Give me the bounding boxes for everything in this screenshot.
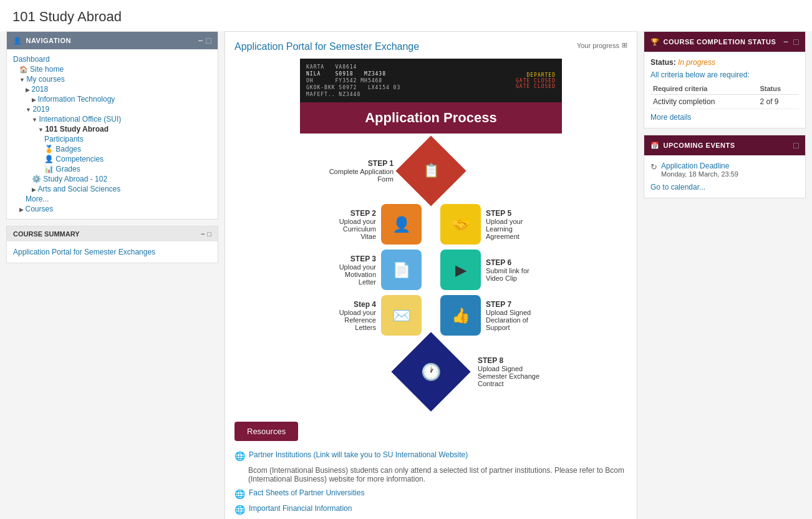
- criteria-cell-0: Activity completion: [650, 95, 758, 109]
- nav-study-abroad-102[interactable]: ⚙️ Study Abroad - 102: [13, 174, 211, 184]
- step-36-row: STEP 3 Upload your Motivation Letter 📄 ▶…: [326, 250, 536, 290]
- step2-icon[interactable]: 👤: [381, 204, 422, 245]
- nav-arts-social[interactable]: Arts and Social Sciences: [13, 184, 211, 194]
- step-1-row: STEP 1 Complete Application Form 📋: [312, 146, 549, 196]
- completion-block: 🏆 COURSE COMPLETION STATUS − □ Status: I…: [644, 31, 806, 129]
- criteria-note: All criteria below are required:: [650, 70, 799, 79]
- step-8-row: 🕐 STEP 8 Upload Signed Semester Exchange…: [309, 344, 553, 400]
- resources-section: Resources 🌐 Partner Institutions (Link w…: [234, 422, 627, 519]
- course-summary-link[interactable]: Application Portal for Semester Exchange…: [13, 248, 155, 256]
- step4-number: Step 4: [326, 300, 376, 309]
- upcoming-events-content: ↻ Application Deadline Monday, 18 March,…: [644, 155, 805, 198]
- step6-number: STEP 6: [486, 258, 536, 267]
- completion-config-icon[interactable]: □: [793, 37, 799, 47]
- completion-header: 🏆 COURSE COMPLETION STATUS − □: [644, 32, 805, 52]
- step1-desc: Complete Application Form: [329, 168, 394, 183]
- resource-item-1: 🌐 Fact Sheets of Partner Universities: [234, 488, 627, 499]
- content-header: Application Portal for Semester Exchange…: [234, 41, 627, 52]
- event-name-0[interactable]: Application Deadline: [661, 162, 738, 170]
- resource-item-0: 🌐 Partner Institutions (Link will take y…: [234, 450, 627, 461]
- your-progress: Your progress ⊞: [577, 41, 627, 49]
- step1-icon[interactable]: 📋: [395, 135, 466, 206]
- grade-icon: 📊: [44, 165, 56, 173]
- more-details-link[interactable]: More details: [650, 113, 691, 122]
- step5-number: STEP 5: [486, 209, 536, 218]
- nav-101-study-abroad[interactable]: 101 Study Abroad: [13, 124, 211, 134]
- completion-collapse-icon[interactable]: −: [783, 37, 789, 47]
- main-content: Application Portal for Semester Exchange…: [225, 31, 637, 519]
- step5-icon[interactable]: 🤝: [440, 204, 481, 245]
- nav-my-courses[interactable]: My courses: [13, 74, 211, 84]
- status-value: In progress: [678, 58, 715, 67]
- status-cell-0: 2 of 9: [758, 95, 800, 109]
- step1-number: STEP 1: [312, 159, 394, 168]
- nav-info-tech[interactable]: Information Technology: [13, 94, 211, 104]
- step2-number: STEP 2: [326, 209, 376, 218]
- criteria-table: Required criteria Status Activity comple…: [650, 83, 799, 109]
- summary-collapse-icon[interactable]: −: [201, 230, 205, 238]
- banner-title: Application Process: [300, 102, 562, 133]
- upcoming-events-header: 📅 UPCOMING EVENTS □: [644, 135, 805, 155]
- nav-courses[interactable]: Courses: [13, 204, 211, 214]
- right-panel: 🏆 COURSE COMPLETION STATUS − □ Status: I…: [644, 31, 806, 198]
- status-col-header: Status: [758, 83, 800, 95]
- nav-2018[interactable]: 2018: [13, 84, 211, 94]
- globe-icon-1: 🌐: [234, 489, 245, 499]
- globe-icon-0: 🌐: [234, 451, 245, 461]
- progress-icon: ⊞: [622, 41, 627, 49]
- step7-number: STEP 7: [486, 300, 536, 309]
- step6-desc: Submit link for Video Clip: [486, 267, 536, 282]
- nav-participants[interactable]: Participants: [13, 134, 211, 144]
- badge-icon: 🏅: [44, 145, 56, 153]
- globe-icon-2: 🌐: [234, 505, 245, 515]
- course-summary-header: COURSE SUMMARY − □: [7, 226, 218, 241]
- upcoming-events-block: 📅 UPCOMING EVENTS □ ↻ Application Deadli…: [644, 135, 806, 198]
- nav-competencies[interactable]: 👤 Competencies: [13, 154, 211, 164]
- step3-desc: Upload your Motivation Letter: [326, 263, 376, 286]
- nav-content: Dashboard Site home My courses 2018 Info…: [7, 49, 218, 219]
- page-title: 101 Study Abroad: [0, 0, 812, 31]
- step8-desc: Upload Signed Semester Exchange Contract: [478, 365, 539, 387]
- course-icon: ⚙️: [32, 175, 43, 183]
- step3-number: STEP 3: [326, 255, 376, 263]
- nav-intl-office[interactable]: International Office (SUI): [13, 114, 211, 124]
- nav-2019[interactable]: 2019: [13, 104, 211, 114]
- application-process-image: KARTA VA8614 NILA S0918 MZ3438 OH FY3542…: [300, 59, 562, 133]
- step7-icon[interactable]: 👍: [440, 295, 481, 336]
- nav-header: 👤 NAVIGATION − □: [7, 32, 218, 49]
- nav-collapse-icon[interactable]: −: [198, 36, 203, 46]
- nav-site-home[interactable]: Site home: [13, 64, 211, 74]
- resources-button[interactable]: Resources: [234, 422, 298, 441]
- step8-icon[interactable]: 🕐: [391, 332, 470, 411]
- flight-board: KARTA VA8614 NILA S0918 MZ3438 OH FY3542…: [300, 59, 562, 102]
- summary-config-icon[interactable]: □: [207, 230, 211, 238]
- resource-item-2: 🌐 Important Financial Information: [234, 504, 627, 515]
- completion-content: Status: In progress All criteria below a…: [644, 52, 805, 128]
- resource-link-1[interactable]: Fact Sheets of Partner Universities: [249, 488, 364, 497]
- navigation-block: 👤 NAVIGATION − □ Dashboard Site home: [6, 31, 218, 220]
- step3-icon[interactable]: 📄: [381, 250, 422, 290]
- nav-config-icon[interactable]: □: [206, 36, 211, 46]
- event-item-0: ↻ Application Deadline Monday, 18 March,…: [650, 162, 799, 178]
- course-summary-block: COURSE SUMMARY − □ Application Portal fo…: [6, 226, 218, 263]
- trophy-icon: 🏆: [650, 38, 660, 46]
- event-date-0: Monday, 18 March, 23:59: [661, 170, 738, 178]
- events-config-icon[interactable]: □: [793, 140, 799, 150]
- step6-icon[interactable]: ▶: [440, 250, 481, 290]
- event-spinner-icon: ↻: [650, 162, 657, 178]
- step4-icon[interactable]: ✉️: [381, 295, 422, 336]
- sidebar: 👤 NAVIGATION − □ Dashboard Site home: [6, 31, 218, 263]
- nav-dashboard[interactable]: Dashboard: [13, 54, 211, 64]
- comp-icon: 👤: [44, 155, 56, 163]
- nav-grades[interactable]: 📊 Grades: [13, 164, 211, 174]
- nav-badges[interactable]: 🏅 Badges: [13, 144, 211, 154]
- resource-link-0[interactable]: Partner Institutions (Link will take you…: [249, 450, 468, 459]
- steps-diagram: STEP 1 Complete Application Form 📋 STEP …: [234, 143, 627, 403]
- criteria-row-0: Activity completion 2 of 9: [650, 95, 799, 109]
- go-to-calendar-link[interactable]: Go to calendar...: [650, 183, 705, 192]
- resource-link-2[interactable]: Important Financial Information: [249, 504, 352, 513]
- step2-desc: Upload your Curriculum Vitae: [326, 218, 376, 240]
- person-icon: 👤: [13, 37, 22, 45]
- step-25-row: STEP 2 Upload your Curriculum Vitae 👤 🤝 …: [326, 204, 536, 245]
- nav-more[interactable]: More...: [13, 194, 211, 204]
